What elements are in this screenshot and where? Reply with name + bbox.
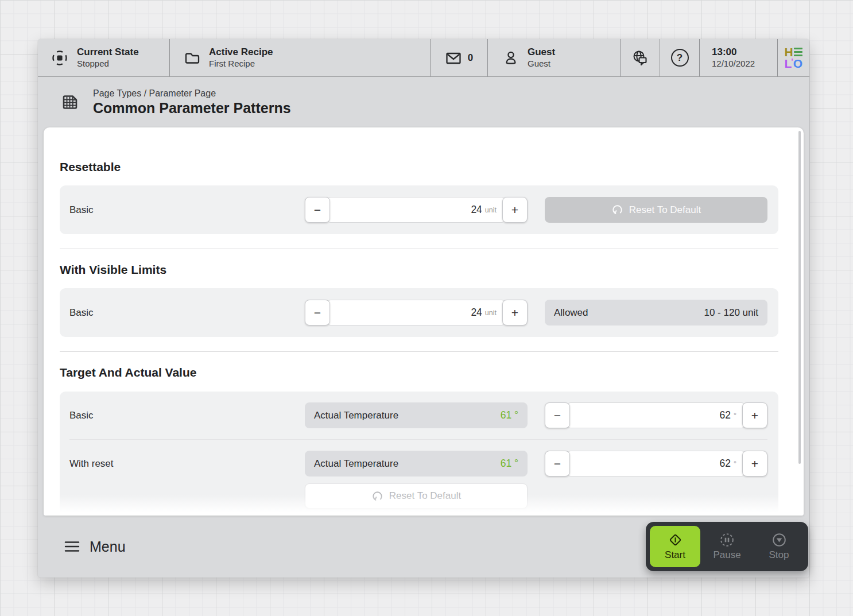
target-stepper: − 62 ° +: [545, 402, 767, 428]
target-actual-group: Basic Actual Temperature 61 ° − 62 ° +: [60, 392, 778, 516]
stop-label: Stop: [769, 549, 789, 561]
vertical-scrollbar[interactable]: [798, 131, 801, 464]
target-reset-subrow: Reset To Default: [60, 483, 778, 509]
value-text: 62: [720, 458, 731, 470]
menu-button[interactable]: Menu: [64, 538, 126, 555]
row-label: With reset: [69, 458, 305, 470]
start-button[interactable]: Start: [650, 526, 700, 567]
increment-button[interactable]: +: [742, 451, 767, 476]
stop-icon: [771, 532, 787, 548]
app-window: Current State Stopped Active Recipe Firs…: [38, 39, 809, 578]
messages-cell[interactable]: 0: [431, 39, 488, 76]
section-divider: [60, 249, 778, 249]
decrement-button[interactable]: −: [545, 402, 570, 428]
pause-button[interactable]: Pause: [702, 526, 753, 567]
helio-logo: H L ' O: [784, 47, 802, 69]
target-stepper: − 62 ° +: [545, 451, 767, 476]
breadcrumb: Page Types / Parameter Page: [93, 88, 291, 99]
clock-cell[interactable]: 13:00 12/10/2022: [700, 39, 778, 76]
logo-cell: H L ' O: [778, 39, 809, 76]
section-heading-visible-limits: With Visible Limits: [60, 263, 778, 277]
actual-temperature-value: 61 °: [501, 458, 518, 470]
actual-temperature-label: Actual Temperature: [314, 458, 398, 470]
section-heading-target-actual: Target And Actual Value: [60, 366, 778, 379]
logo-letter-e-bars: [794, 48, 802, 56]
actual-temperature-value: 61 °: [501, 409, 518, 421]
value-text: 24: [471, 307, 482, 319]
reset-label: Reset To Default: [629, 204, 701, 216]
pause-label: Pause: [713, 549, 740, 561]
hamburger-menu-icon: [64, 540, 80, 553]
decrement-button[interactable]: −: [545, 451, 570, 476]
row-label: Basic: [69, 204, 305, 216]
clock-date: 12/10/2022: [712, 59, 755, 69]
increment-button[interactable]: +: [502, 300, 528, 326]
unit-text: unit: [485, 309, 497, 317]
help-glyph: ?: [677, 52, 683, 64]
resettable-basic-row: Basic − 24 unit + Reset To Default: [60, 185, 778, 234]
current-state-value: Stopped: [77, 59, 139, 69]
user-name: Guest: [528, 47, 555, 58]
stop-button[interactable]: Stop: [754, 526, 804, 567]
value-input[interactable]: 24 unit: [327, 300, 505, 326]
help-cell[interactable]: ?: [660, 39, 700, 76]
limits-basic-row: Basic − 24 unit + Allowed 10 - 120 unit: [60, 288, 778, 337]
increment-button[interactable]: +: [742, 402, 767, 428]
actual-temperature-box: Actual Temperature 61 °: [305, 451, 528, 476]
actual-temperature-label: Actual Temperature: [314, 410, 398, 421]
user-icon: [502, 49, 519, 67]
current-state-cell[interactable]: Current State Stopped: [38, 39, 170, 76]
logo-letter-l: L: [784, 58, 791, 69]
user-role: Guest: [528, 59, 555, 69]
parameter-card: Resettable Basic − 24 unit +: [44, 127, 804, 516]
top-status-bar: Current State Stopped Active Recipe Firs…: [38, 39, 809, 77]
machine-controls-panel: Start Pause Stop: [646, 522, 808, 571]
stopped-state-icon: [51, 49, 69, 67]
target-basic-row: Basic Actual Temperature 61 ° − 62 ° +: [60, 392, 778, 439]
page-header: Page Types / Parameter Page Common Param…: [38, 77, 809, 127]
reset-to-default-button[interactable]: Reset To Default: [305, 483, 528, 509]
active-recipe-value: First Recipe: [209, 59, 273, 69]
row-label: Basic: [69, 410, 305, 421]
value-input[interactable]: 62 °: [567, 451, 745, 476]
language-cell[interactable]: [621, 39, 660, 76]
current-state-label: Current State: [77, 47, 139, 58]
page-title: Common Parameter Patterns: [93, 100, 291, 117]
target-with-reset-row: With reset Actual Temperature 61 ° − 62 …: [60, 440, 778, 483]
reset-to-default-button[interactable]: Reset To Default: [545, 197, 767, 223]
content-area: Resettable Basic − 24 unit +: [38, 127, 809, 516]
reset-icon: [611, 204, 623, 216]
unit-text: unit: [485, 206, 497, 214]
section-heading-resettable: Resettable: [60, 160, 778, 174]
clock-time: 13:00: [712, 47, 755, 58]
mail-icon: [445, 49, 462, 67]
resettable-stepper: − 24 unit +: [305, 197, 528, 223]
parameter-page-icon: [60, 92, 80, 113]
globe-language-icon: [631, 49, 649, 67]
user-cell[interactable]: Guest Guest: [488, 39, 621, 76]
allowed-limits-box: Allowed 10 - 120 unit: [545, 300, 767, 326]
value-text: 62: [720, 409, 731, 421]
active-recipe-cell[interactable]: Active Recipe First Recipe: [170, 39, 431, 76]
value-text: 24: [471, 204, 482, 216]
bottom-bar: Menu Start Pause: [38, 516, 809, 578]
actual-temperature-box: Actual Temperature 61 °: [305, 402, 528, 428]
reset-icon: [371, 490, 383, 502]
unit-text: °: [734, 412, 736, 420]
reset-label: Reset To Default: [389, 490, 461, 502]
row-label: Basic: [69, 307, 305, 319]
unit-text: °: [734, 460, 736, 468]
value-input[interactable]: 62 °: [567, 402, 745, 428]
pause-icon: [719, 532, 735, 548]
menu-label: Menu: [90, 538, 126, 555]
section-divider: [60, 351, 778, 352]
messages-count: 0: [468, 52, 473, 64]
logo-letter-o: O: [793, 58, 802, 69]
decrement-button[interactable]: −: [305, 300, 330, 326]
active-recipe-label: Active Recipe: [209, 47, 273, 58]
value-input[interactable]: 24 unit: [327, 197, 505, 223]
allowed-label: Allowed: [554, 307, 588, 319]
decrement-button[interactable]: −: [305, 197, 330, 223]
limits-stepper: − 24 unit +: [305, 300, 528, 326]
increment-button[interactable]: +: [502, 197, 528, 223]
